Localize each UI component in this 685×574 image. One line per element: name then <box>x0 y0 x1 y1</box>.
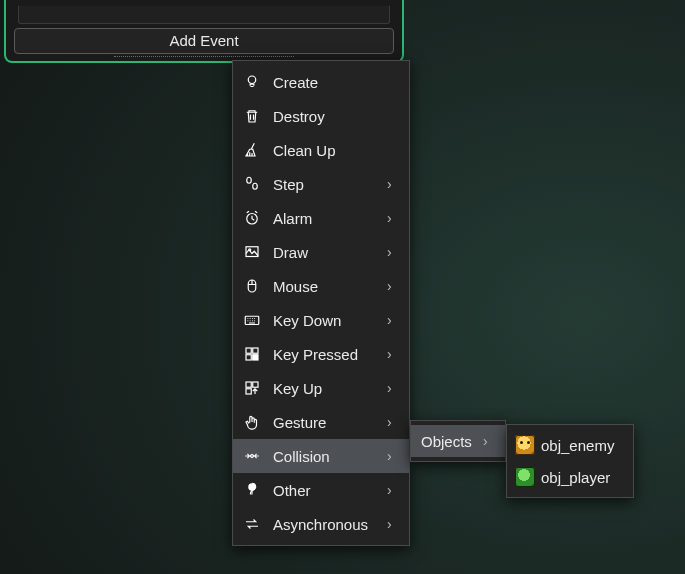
menu-item-label: Clean Up <box>263 142 401 159</box>
alarm-icon <box>241 207 263 229</box>
menu-item-collision[interactable]: Collision › <box>233 439 409 473</box>
menu-item-destroy[interactable]: Destroy <box>233 99 409 133</box>
async-icon <box>241 513 263 535</box>
menu-item-label: Collision <box>263 448 387 465</box>
svg-point-1 <box>247 177 252 183</box>
menu-item-cleanup[interactable]: Clean Up <box>233 133 409 167</box>
svg-rect-13 <box>253 382 258 387</box>
menu-item-label: Key Up <box>263 380 387 397</box>
svg-rect-11 <box>253 355 258 360</box>
menu-item-label: Gesture <box>263 414 387 431</box>
broom-icon <box>241 139 263 161</box>
menu-item-step[interactable]: Step › <box>233 167 409 201</box>
events-panel: Add Event <box>4 0 404 63</box>
menu-item-label: Asynchronous <box>263 516 387 533</box>
obj-enemy-icon <box>515 435 535 455</box>
svg-rect-12 <box>246 382 251 387</box>
bulb-icon <box>241 71 263 93</box>
keyboard-icon <box>241 309 263 331</box>
chevron-right-icon: › <box>387 448 401 464</box>
menu-item-label: Draw <box>263 244 387 261</box>
chevron-right-icon: › <box>387 414 401 430</box>
menu-item-label: Destroy <box>263 108 401 125</box>
objects-submenu: obj_enemy obj_player <box>506 424 634 498</box>
other-icon <box>241 479 263 501</box>
chevron-right-icon: › <box>387 210 401 226</box>
mouse-icon <box>241 275 263 297</box>
chevron-right-icon: › <box>387 278 401 294</box>
resize-grip[interactable] <box>114 56 294 57</box>
collision-icon <box>241 445 263 467</box>
menu-item-alarm[interactable]: Alarm › <box>233 201 409 235</box>
chevron-right-icon: › <box>387 176 401 192</box>
svg-rect-9 <box>253 348 258 353</box>
steps-icon <box>241 173 263 195</box>
obj-player-icon <box>515 467 535 487</box>
object-item-player[interactable]: obj_player <box>507 461 633 493</box>
keyup-icon <box>241 377 263 399</box>
chevron-right-icon: › <box>387 516 401 532</box>
menu-item-label: Alarm <box>263 210 387 227</box>
object-item-label: obj_player <box>535 469 625 486</box>
svg-point-2 <box>253 183 258 189</box>
events-list-box <box>18 6 390 24</box>
svg-point-15 <box>248 483 256 491</box>
menu-item-label: Key Down <box>263 312 387 329</box>
chevron-right-icon: › <box>483 433 497 449</box>
object-item-label: obj_enemy <box>535 437 625 454</box>
keypress-icon <box>241 343 263 365</box>
menu-item-asynchronous[interactable]: Asynchronous › <box>233 507 409 541</box>
menu-item-label: Other <box>263 482 387 499</box>
add-event-button[interactable]: Add Event <box>14 28 394 54</box>
chevron-right-icon: › <box>387 482 401 498</box>
svg-rect-8 <box>246 348 251 353</box>
svg-rect-14 <box>246 389 251 394</box>
submenu-item-objects[interactable]: Objects › <box>411 425 505 457</box>
menu-item-other[interactable]: Other › <box>233 473 409 507</box>
submenu-item-label: Objects <box>419 433 483 450</box>
chevron-right-icon: › <box>387 380 401 396</box>
trash-icon <box>241 105 263 127</box>
draw-icon <box>241 241 263 263</box>
event-context-menu: Create Destroy Clean Up Step › Alarm › D… <box>232 60 410 546</box>
menu-item-create[interactable]: Create <box>233 65 409 99</box>
menu-item-mouse[interactable]: Mouse › <box>233 269 409 303</box>
collision-submenu: Objects › <box>410 420 506 462</box>
menu-item-keypressed[interactable]: Key Pressed › <box>233 337 409 371</box>
menu-item-label: Create <box>263 74 401 91</box>
svg-point-0 <box>248 76 256 84</box>
object-item-enemy[interactable]: obj_enemy <box>507 429 633 461</box>
menu-item-gesture[interactable]: Gesture › <box>233 405 409 439</box>
menu-item-label: Key Pressed <box>263 346 387 363</box>
menu-item-label: Step <box>263 176 387 193</box>
chevron-right-icon: › <box>387 312 401 328</box>
menu-item-label: Mouse <box>263 278 387 295</box>
menu-item-draw[interactable]: Draw › <box>233 235 409 269</box>
svg-rect-10 <box>246 355 251 360</box>
menu-item-keydown[interactable]: Key Down › <box>233 303 409 337</box>
gesture-icon <box>241 411 263 433</box>
chevron-right-icon: › <box>387 244 401 260</box>
menu-item-keyup[interactable]: Key Up › <box>233 371 409 405</box>
chevron-right-icon: › <box>387 346 401 362</box>
